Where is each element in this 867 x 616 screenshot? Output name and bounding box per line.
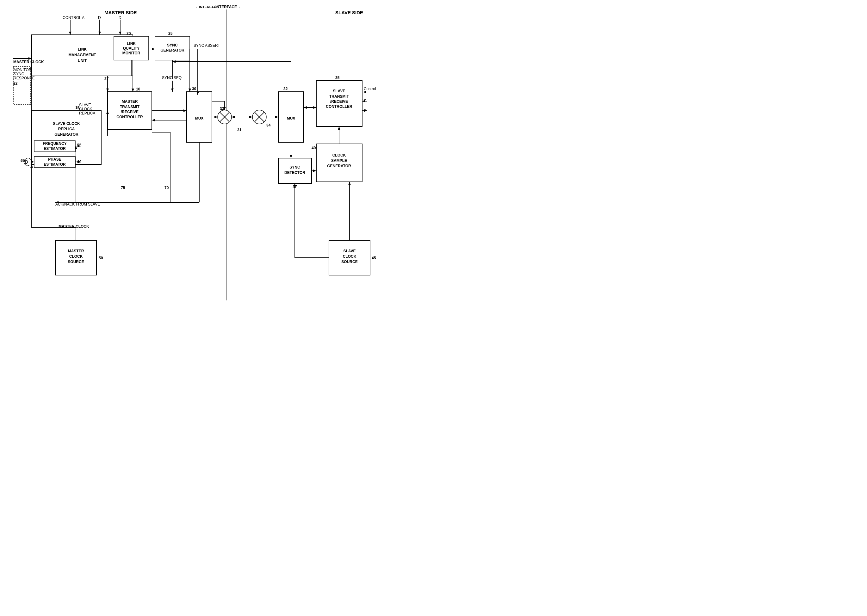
svg-marker-46 <box>304 106 307 109</box>
sync-det-l1: SYNC <box>290 165 300 170</box>
num-45: 45 <box>372 256 376 260</box>
lmu-label1: LINK <box>78 47 87 52</box>
scrg-l2: REPLICA <box>58 127 75 131</box>
monitor-label1: MONITOR <box>14 68 31 72</box>
svg-marker-41 <box>275 116 279 118</box>
num-34: 34 <box>266 123 271 127</box>
num-25: 25 <box>168 31 173 36</box>
num-30: 30 <box>192 86 197 91</box>
mcs-l3: SOURCE <box>68 259 84 264</box>
num-22: 22 <box>13 81 18 86</box>
lqm-label1: LINK <box>127 41 136 46</box>
slave-txrx-l4: CONTROLLER <box>326 104 352 109</box>
slave-clock-rep-l2: CLOCK <box>79 107 92 111</box>
svg-marker-36 <box>214 116 218 118</box>
num-31: 31 <box>237 128 242 132</box>
master-clock-top-label: MASTER CLOCK <box>13 60 44 64</box>
block-diagram: MASTER SIDE SLAVE SIDE ← ←INTERFACE→ ←IN… <box>0 0 433 308</box>
lmu-label2: MANAGEMENT <box>68 53 96 57</box>
sync-assert-label: SYNC ASSERT <box>194 43 220 48</box>
interface-text: ←INTERFACE→ <box>212 5 241 9</box>
svg-marker-90 <box>172 60 176 63</box>
svg-marker-26 <box>106 88 109 92</box>
ack-nack-label: ACK/NACK FROM SLAVE <box>55 202 100 206</box>
svg-marker-31 <box>171 88 174 92</box>
svg-marker-17 <box>363 91 366 93</box>
csg-box <box>316 144 362 182</box>
monitor-label2: SYNC <box>14 72 24 76</box>
svg-marker-54 <box>348 182 351 185</box>
freq-est-l2: ESTIMATOR <box>44 146 66 151</box>
scrg-l1: SLAVE CLOCK <box>53 121 80 126</box>
svg-marker-34 <box>184 109 187 112</box>
mcs-l2: CLOCK <box>69 254 83 259</box>
scs-l2: CLOCK <box>343 254 357 259</box>
svg-marker-84 <box>152 48 155 50</box>
phase-est-l2: ESTIMATOR <box>44 162 66 167</box>
sync-det-l2: DETECTOR <box>284 170 305 175</box>
mux-slave-label: MUX <box>287 116 296 121</box>
slave-clock-rep-l3: REPLICA <box>79 111 95 115</box>
sync-gen-label2: GENERATOR <box>160 48 184 52</box>
svg-marker-38 <box>249 116 252 118</box>
sync-seq-label: SYNC SEQ <box>162 75 182 80</box>
lqm-label3: MONITOR <box>123 51 140 55</box>
control-label-slave: Control <box>364 86 376 91</box>
sync-gen-label1: SYNC <box>167 43 178 47</box>
master-clock-bottom-label: MASTER CLOCK <box>58 224 89 229</box>
csg-l1: CLOCK <box>332 153 346 157</box>
svg-marker-48 <box>290 155 292 158</box>
svg-marker-1 <box>69 31 71 35</box>
svg-marker-29 <box>132 88 134 92</box>
csg-l2: SAMPLE <box>331 159 347 163</box>
csg-l3: GENERATOR <box>327 164 351 168</box>
slave-txrx-l1: SLAVE <box>333 89 345 93</box>
num-70: 70 <box>164 185 169 190</box>
mcs-l1: MASTER <box>68 249 84 253</box>
svg-marker-45 <box>313 106 316 109</box>
svg-marker-7 <box>28 57 31 60</box>
num-50: 50 <box>99 256 103 260</box>
slave-side-label: SLAVE SIDE <box>335 10 363 15</box>
control-a-label: CONTROL A <box>63 16 85 20</box>
scs-l1: SLAVE <box>343 249 356 253</box>
svg-marker-24 <box>189 88 191 92</box>
scrg-l3: GENERATOR <box>54 132 79 137</box>
svg-marker-50 <box>313 170 316 172</box>
num-75: 75 <box>121 185 125 190</box>
num-20: 20 <box>126 31 131 36</box>
svg-marker-39 <box>231 116 235 118</box>
lmu-label3: UNIT <box>78 58 87 63</box>
phase-est-l1: PHASE <box>48 157 61 162</box>
slave-txrx-l2: TRANSMIT <box>329 94 349 99</box>
num-27: 27 <box>104 77 109 81</box>
master-side-label: MASTER SIDE <box>104 10 137 15</box>
scs-l3: SOURCE <box>341 259 357 264</box>
master-txrx-l1: MASTER <box>122 99 138 104</box>
lqm-label2: QUALITY <box>123 46 140 50</box>
freq-est-l1: FREQUENCY <box>43 141 66 146</box>
num-40: 40 <box>312 146 316 150</box>
slave-txrx-l3: /RECEIVE <box>330 99 348 104</box>
d-label2: D <box>119 16 121 20</box>
svg-marker-43 <box>152 119 155 121</box>
master-txrx-l4: CONTROLLER <box>116 115 143 119</box>
svg-marker-71 <box>30 165 33 168</box>
d-label-top: D <box>98 16 101 20</box>
num-10: 10 <box>136 87 140 91</box>
svg-marker-52 <box>338 126 340 130</box>
num-32: 32 <box>283 86 288 91</box>
slave-clock-rep-l1: SLAVE <box>79 103 91 107</box>
master-txrx-l2: TRANSMIT <box>120 105 140 109</box>
master-txrx-l3: /RECEIVE <box>121 110 138 114</box>
svg-marker-9 <box>119 31 121 35</box>
mux-master-label: MUX <box>195 116 204 121</box>
num-35: 35 <box>335 75 340 80</box>
svg-marker-3 <box>98 31 101 35</box>
